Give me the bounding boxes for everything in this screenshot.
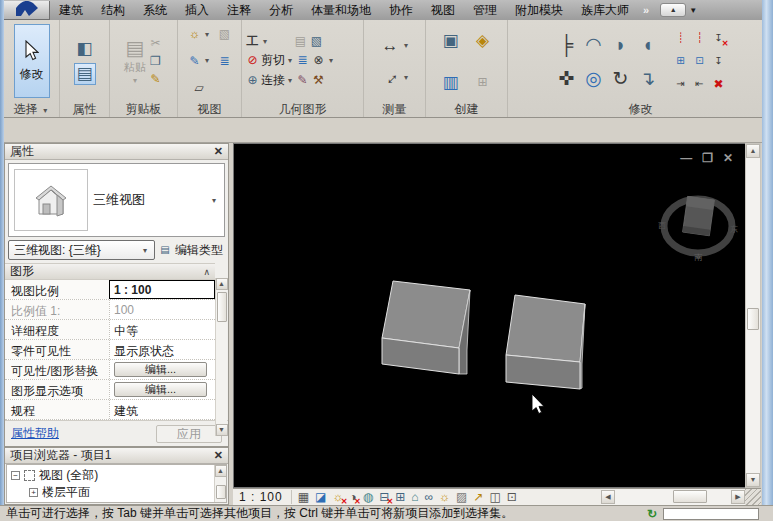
copy-to-clipboard-icon[interactable]: ❐	[148, 54, 163, 69]
mirror-pick-axis-icon[interactable]: ◗	[608, 32, 633, 57]
properties-help-link[interactable]: 属性帮助	[11, 425, 59, 442]
copy-icon[interactable]: ◎	[581, 66, 606, 91]
offset-icon[interactable]: ◠	[581, 32, 606, 57]
view-restore-icon[interactable]: ❐	[702, 151, 713, 165]
join-geometry-label[interactable]: 连接	[261, 72, 285, 89]
create-group-icon[interactable]: ▣	[440, 29, 462, 51]
properties-palette-icon[interactable]: ◧	[74, 38, 96, 60]
analytical-model-icon[interactable]: ◫	[489, 491, 500, 503]
panel-label-modify[interactable]: 修改	[508, 102, 773, 117]
vscroll-up-icon[interactable]: ▲	[746, 144, 760, 158]
cut-geometry-label[interactable]: 剪切	[261, 52, 285, 69]
hscroll-thumb[interactable]	[673, 490, 707, 503]
create-parts-icon[interactable]: ⊞	[475, 75, 490, 90]
panel-label-select[interactable]: 选择 ▾	[4, 102, 59, 117]
detail-level-icon[interactable]: ▦	[298, 491, 309, 503]
view-minimize-icon[interactable]: —	[680, 151, 692, 165]
hscroll-left-icon[interactable]: ◀	[601, 490, 615, 504]
modify-button[interactable]: 修改	[14, 24, 50, 98]
wall-sweep-icon[interactable]: ≣	[295, 53, 310, 68]
align-icon[interactable]: ╞	[554, 32, 579, 57]
scroll-down-icon[interactable]: ▼	[216, 424, 228, 436]
displacement-sets-icon[interactable]: ↗	[473, 491, 483, 503]
show-crop-region-icon[interactable]: ⊞	[395, 491, 405, 503]
tab-analyze[interactable]: 分析	[260, 0, 302, 20]
rendering-dialog-icon[interactable]: ◍	[363, 491, 373, 503]
split-with-gap-icon[interactable]: ┆	[694, 32, 706, 45]
trim-extend-single-icon[interactable]: ⇥	[675, 78, 687, 91]
delete-icon[interactable]: ✖	[713, 78, 725, 91]
unlocked-3d-view-icon[interactable]: ⌂	[411, 491, 418, 503]
measure-diagonal-icon[interactable]: ↔	[374, 61, 405, 92]
canvas-horizontal-scrollbar[interactable]: ◀ ▶	[601, 488, 745, 505]
rotate-icon[interactable]: ↻	[608, 66, 633, 91]
expand-node-icon[interactable]: +	[29, 488, 38, 497]
demolish-hammer-icon[interactable]: ⚒	[311, 73, 326, 88]
panel-label-create[interactable]: 创建	[426, 102, 507, 117]
canvas-vertical-scrollbar[interactable]: ▲ ▼	[745, 143, 761, 488]
model-box-1[interactable]	[382, 281, 470, 374]
properties-close-icon[interactable]: ✕	[214, 145, 223, 158]
discipline-field[interactable]: 建筑	[109, 400, 215, 419]
view-close-icon[interactable]: ✕	[723, 151, 733, 165]
tab-annotate[interactable]: 注释	[218, 0, 260, 20]
trim-corner-icon[interactable]: ↴	[635, 66, 660, 91]
properties-titlebar[interactable]: 属性 ✕	[5, 144, 228, 160]
cut-profile-lines-icon[interactable]: ≣	[217, 53, 232, 68]
pin-icon[interactable]: ↧	[713, 55, 725, 68]
detail-level-field[interactable]: 中等	[109, 320, 215, 339]
tab-structure[interactable]: 结构	[92, 0, 134, 20]
edit-profile-icon[interactable]: ✎	[295, 73, 310, 88]
instance-dropdown[interactable]: 三维视图: {三维} ▾	[8, 240, 155, 260]
scroll-thumb[interactable]	[217, 292, 227, 322]
vg-overrides-edit-button[interactable]: 编辑...	[114, 362, 207, 377]
panel-label-measure[interactable]: 测量	[364, 102, 425, 117]
paint-ibeam-icon[interactable]: 工	[245, 34, 260, 49]
tab-view[interactable]: 视图	[422, 0, 464, 20]
properties-scrollbar[interactable]: ▲ ▼	[215, 278, 227, 436]
drawing-area[interactable]: — ❐ ✕ 南 东 西	[233, 143, 745, 488]
tree-scroll-up-icon[interactable]: ▲	[215, 465, 227, 477]
project-browser-titlebar[interactable]: 项目浏览器 - 项目1 ✕	[5, 448, 228, 464]
measure-horizontal-icon[interactable]: ↔	[379, 34, 401, 56]
hscroll-track[interactable]	[615, 489, 731, 505]
ribbon-state-dropdown[interactable]: ▼	[689, 6, 697, 15]
void-icon[interactable]: ⊗	[311, 53, 326, 68]
panel-label-view[interactable]: 视图	[178, 102, 241, 117]
visual-style-icon[interactable]: ◪	[315, 491, 326, 503]
model-box-2[interactable]	[506, 295, 585, 389]
show-constraints-icon[interactable]: ⊡	[507, 491, 517, 503]
unpin-icon[interactable]: ↧✕	[713, 32, 725, 45]
view-scale-input[interactable]: 1 : 100	[109, 280, 215, 299]
graphics-section-header[interactable]: 图形 ∧	[5, 263, 215, 280]
viewcube[interactable]: 南 东 西	[658, 196, 738, 262]
selection-filter-box[interactable]	[663, 508, 759, 520]
view-scale-control[interactable]: 1 : 100	[239, 490, 292, 504]
type-selector[interactable]: 三维视图 ▾	[8, 163, 225, 237]
reveal-hidden-elements-icon[interactable]: ☼	[439, 491, 450, 503]
temporary-hide-isolate-icon[interactable]: ∞	[425, 491, 434, 503]
split-element-icon[interactable]: ┊	[675, 32, 687, 45]
cut-to-clipboard-icon[interactable]: ✂	[148, 36, 163, 51]
thin-lines-bulb-icon[interactable]: ☼	[187, 27, 202, 42]
panel-label-geometry[interactable]: 几何图形	[242, 102, 363, 117]
paste-button[interactable]: ▤ 粘贴 ▾	[124, 37, 146, 85]
model-viewport[interactable]: 南 东 西	[234, 144, 744, 487]
cut-geometry-icon[interactable]: ⊘	[245, 53, 260, 68]
application-menu-button[interactable]	[3, 1, 50, 20]
tree-node-floorplans[interactable]: + 楼层平面	[7, 484, 226, 501]
resize-grip[interactable]	[745, 488, 761, 505]
create-similar-icon[interactable]: ◈	[472, 29, 494, 51]
tree-scrollbar[interactable]: ▲	[214, 465, 226, 502]
tab-family-master[interactable]: 族库大师	[572, 0, 638, 20]
trim-extend-multiple-icon[interactable]: ⇤	[694, 78, 706, 91]
panel-label-clipboard[interactable]: 剪贴板	[110, 102, 177, 117]
shadows-icon[interactable]: ◑✕	[349, 491, 356, 503]
tab-massing-site[interactable]: 体量和场地	[302, 0, 380, 20]
cope-icon[interactable]: ▤	[293, 34, 308, 49]
hscroll-right-icon[interactable]: ▶	[731, 490, 745, 504]
type-properties-icon[interactable]: ▤	[74, 63, 96, 85]
array-icon[interactable]: ⊞	[675, 55, 687, 68]
crop-view-icon[interactable]: ⊟✕	[379, 491, 389, 503]
scroll-up-icon[interactable]: ▲	[216, 278, 228, 290]
